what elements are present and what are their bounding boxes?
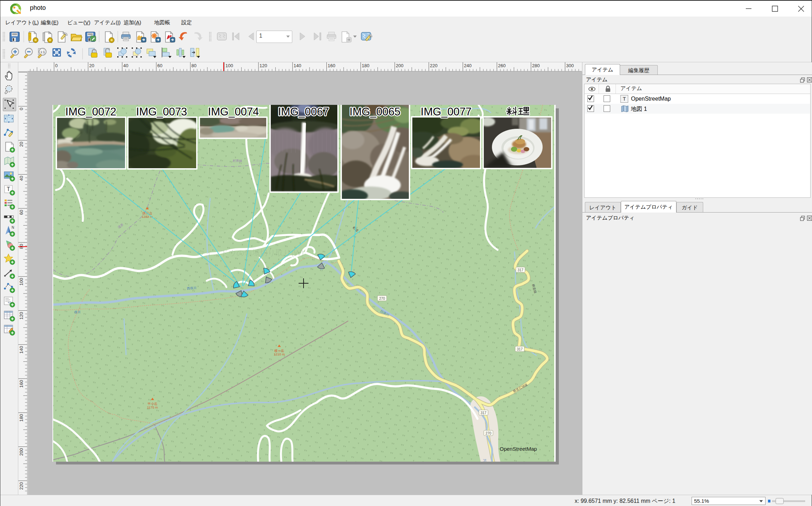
svg-text:200: 200: [396, 63, 404, 68]
svg-text:西俣川: 西俣川: [187, 286, 196, 290]
svg-text:IMG_0074: IMG_0074: [208, 106, 259, 118]
svg-text:200: 200: [19, 448, 24, 456]
svg-text:140: 140: [19, 346, 24, 354]
svg-text:40: 40: [19, 176, 24, 181]
svg-text:IMG_0073: IMG_0073: [136, 106, 187, 118]
svg-text:280: 280: [532, 63, 540, 68]
svg-text:IMG_0067: IMG_0067: [278, 106, 329, 118]
svg-text:180: 180: [19, 414, 24, 422]
svg-text:300: 300: [566, 63, 574, 68]
svg-text:0: 0: [19, 108, 24, 110]
svg-text:俣日山1233 m: 俣日山1233 m: [142, 211, 153, 219]
svg-text:20: 20: [19, 142, 24, 147]
svg-text:横ヶ岳1210 m: 横ヶ岳1210 m: [274, 349, 285, 356]
svg-text:120: 120: [19, 312, 24, 320]
svg-text:俣川: 俣川: [74, 310, 81, 314]
svg-text:220: 220: [19, 482, 24, 490]
svg-text:IMG_0072: IMG_0072: [65, 106, 117, 118]
svg-text:270: 270: [486, 431, 492, 435]
svg-text:80: 80: [192, 63, 196, 68]
svg-text:IMG_0065: IMG_0065: [350, 106, 401, 118]
svg-text:317: 317: [517, 347, 523, 351]
svg-text:240: 240: [464, 63, 472, 68]
svg-text:60: 60: [19, 210, 24, 215]
svg-text:120: 120: [260, 63, 267, 68]
svg-text:川: 川: [483, 458, 487, 462]
svg-text:T: T: [7, 186, 10, 192]
svg-text:1:1: 1:1: [40, 50, 45, 54]
svg-text:160: 160: [328, 63, 336, 68]
svg-text:ウィンドウの領域切り取り(W): ウィンドウの領域切り取り(W): [197, 248, 304, 257]
svg-text:60: 60: [157, 63, 162, 68]
svg-text:270: 270: [379, 297, 385, 301]
svg-text:317: 317: [481, 411, 487, 415]
svg-text:N: N: [12, 226, 14, 229]
svg-text:20: 20: [89, 63, 94, 68]
svg-text:IMG_0077: IMG_0077: [421, 106, 472, 118]
svg-text:317: 317: [518, 268, 524, 272]
svg-text:40: 40: [123, 63, 128, 68]
svg-text:180: 180: [362, 63, 369, 68]
svg-text:村界線: 村界線: [232, 159, 242, 163]
svg-text:160: 160: [19, 380, 24, 388]
svg-text:260: 260: [498, 63, 506, 68]
svg-text:0: 0: [55, 63, 58, 68]
svg-text:220: 220: [430, 63, 438, 68]
svg-text:100: 100: [225, 63, 233, 68]
svg-text:140: 140: [294, 63, 301, 68]
svg-text:100: 100: [19, 278, 24, 286]
svg-text:平小岳1175 m: 平小岳1175 m: [147, 402, 158, 409]
svg-text:OpenStreetMap: OpenStreetMap: [500, 446, 537, 452]
